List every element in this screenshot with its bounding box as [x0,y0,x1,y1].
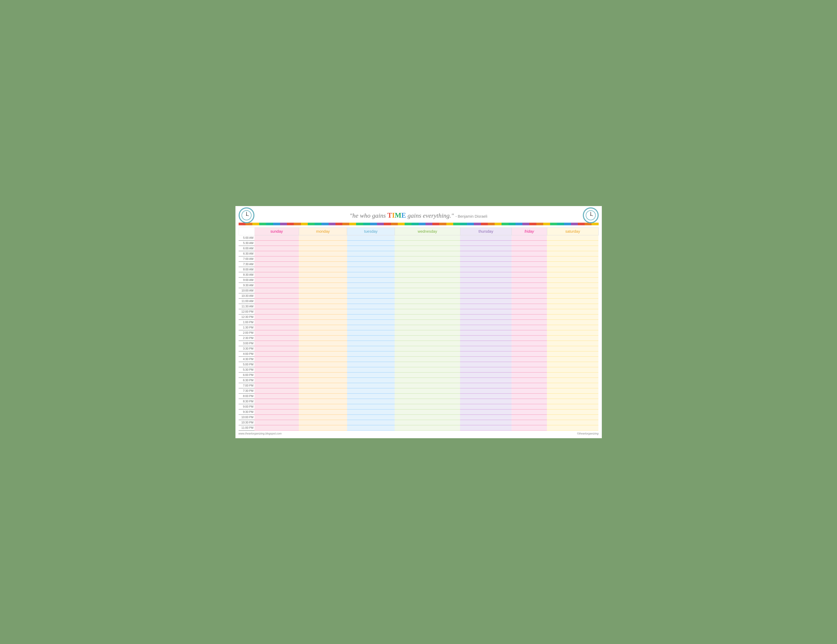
schedule-cell[interactable] [395,261,460,267]
schedule-cell[interactable] [547,256,598,261]
schedule-cell[interactable] [254,283,299,288]
schedule-cell[interactable] [254,377,299,383]
schedule-cell[interactable] [512,304,547,309]
schedule-cell[interactable] [347,351,395,356]
schedule-cell[interactable] [254,420,299,425]
schedule-cell[interactable] [347,409,395,415]
schedule-cell[interactable] [547,293,598,298]
schedule-cell[interactable] [547,320,598,325]
schedule-cell[interactable] [460,425,512,430]
schedule-cell[interactable] [254,351,299,356]
schedule-cell[interactable] [347,383,395,388]
schedule-cell[interactable] [254,309,299,314]
schedule-cell[interactable] [512,425,547,430]
schedule-cell[interactable] [547,362,598,367]
schedule-cell[interactable] [512,330,547,335]
schedule-cell[interactable] [512,393,547,399]
schedule-cell[interactable] [395,335,460,341]
schedule-cell[interactable] [347,304,395,309]
schedule-cell[interactable] [547,383,598,388]
schedule-cell[interactable] [299,325,347,330]
schedule-cell[interactable] [460,272,512,277]
schedule-cell[interactable] [460,420,512,425]
schedule-cell[interactable] [254,393,299,399]
schedule-cell[interactable] [547,409,598,415]
schedule-cell[interactable] [395,256,460,261]
schedule-cell[interactable] [395,298,460,304]
schedule-cell[interactable] [347,356,395,362]
schedule-cell[interactable] [547,288,598,293]
schedule-cell[interactable] [299,362,347,367]
schedule-cell[interactable] [547,283,598,288]
schedule-cell[interactable] [299,256,347,261]
schedule-cell[interactable] [512,335,547,341]
schedule-cell[interactable] [460,346,512,351]
schedule-cell[interactable] [460,256,512,261]
schedule-cell[interactable] [299,261,347,267]
schedule-cell[interactable] [254,240,299,246]
schedule-cell[interactable] [299,399,347,404]
schedule-cell[interactable] [299,314,347,320]
schedule-cell[interactable] [299,330,347,335]
schedule-cell[interactable] [395,235,460,240]
schedule-cell[interactable] [547,277,598,283]
schedule-cell[interactable] [512,283,547,288]
schedule-cell[interactable] [299,251,347,256]
schedule-cell[interactable] [460,399,512,404]
schedule-cell[interactable] [395,420,460,425]
schedule-cell[interactable] [254,341,299,346]
schedule-cell[interactable] [395,399,460,404]
schedule-cell[interactable] [460,277,512,283]
schedule-cell[interactable] [395,320,460,325]
schedule-cell[interactable] [395,367,460,372]
schedule-cell[interactable] [460,304,512,309]
schedule-cell[interactable] [299,283,347,288]
schedule-cell[interactable] [254,235,299,240]
schedule-cell[interactable] [460,356,512,362]
schedule-cell[interactable] [254,251,299,256]
schedule-cell[interactable] [347,325,395,330]
schedule-cell[interactable] [512,356,547,362]
schedule-cell[interactable] [512,367,547,372]
schedule-cell[interactable] [299,420,347,425]
schedule-cell[interactable] [254,383,299,388]
schedule-cell[interactable] [347,372,395,377]
schedule-cell[interactable] [460,330,512,335]
schedule-cell[interactable] [512,251,547,256]
schedule-cell[interactable] [460,388,512,393]
schedule-cell[interactable] [395,377,460,383]
schedule-cell[interactable] [299,304,347,309]
schedule-cell[interactable] [299,246,347,251]
schedule-cell[interactable] [395,341,460,346]
schedule-cell[interactable] [547,246,598,251]
schedule-cell[interactable] [299,372,347,377]
schedule-cell[interactable] [299,383,347,388]
schedule-cell[interactable] [512,309,547,314]
schedule-cell[interactable] [547,346,598,351]
schedule-cell[interactable] [254,277,299,283]
schedule-cell[interactable] [460,351,512,356]
schedule-cell[interactable] [299,235,347,240]
schedule-cell[interactable] [299,267,347,272]
schedule-cell[interactable] [347,415,395,420]
schedule-cell[interactable] [254,267,299,272]
schedule-cell[interactable] [512,377,547,383]
schedule-cell[interactable] [347,267,395,272]
schedule-cell[interactable] [512,272,547,277]
schedule-cell[interactable] [347,246,395,251]
schedule-cell[interactable] [395,330,460,335]
schedule-cell[interactable] [254,314,299,320]
schedule-cell[interactable] [347,404,395,409]
schedule-cell[interactable] [547,304,598,309]
schedule-cell[interactable] [254,356,299,362]
schedule-cell[interactable] [460,341,512,346]
schedule-cell[interactable] [395,314,460,320]
schedule-cell[interactable] [299,404,347,409]
schedule-cell[interactable] [254,335,299,341]
schedule-cell[interactable] [460,240,512,246]
schedule-cell[interactable] [299,409,347,415]
schedule-cell[interactable] [460,404,512,409]
schedule-cell[interactable] [347,346,395,351]
schedule-cell[interactable] [460,367,512,372]
schedule-cell[interactable] [395,246,460,251]
